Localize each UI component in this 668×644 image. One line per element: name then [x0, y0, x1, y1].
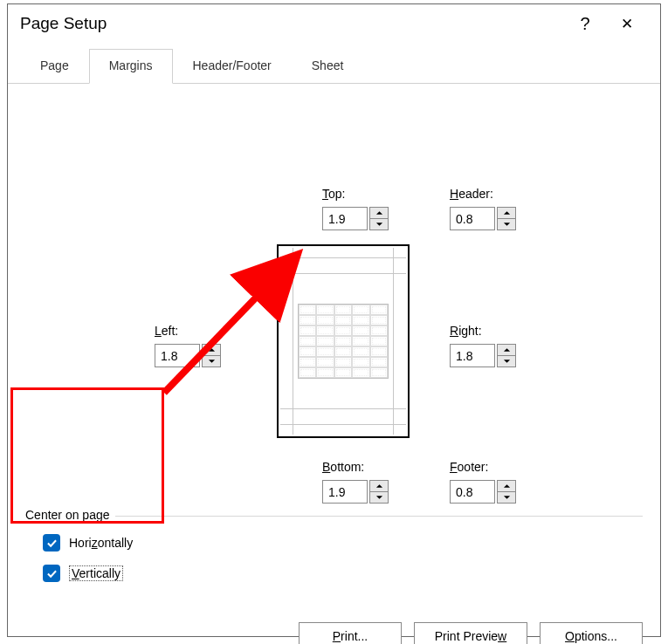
checkbox-horizontally[interactable]	[43, 534, 60, 552]
tab-content-margins: Top: Header: Left: Right:	[8, 84, 660, 636]
print-preview-button[interactable]: Print Preview	[414, 622, 527, 644]
spin-up-footer[interactable]	[498, 481, 515, 492]
spinner-top	[322, 207, 390, 230]
label-vertically: Vertically	[69, 565, 123, 581]
page-preview-icon	[277, 244, 410, 438]
label-header: Header:	[450, 187, 493, 201]
spinner-header	[450, 207, 518, 230]
dialog-title: Page Setup	[20, 14, 564, 33]
options-button[interactable]: Options...	[540, 622, 643, 644]
label-left: Left:	[155, 324, 178, 338]
spin-down-bottom[interactable]	[370, 492, 388, 503]
input-left[interactable]	[155, 344, 200, 367]
spin-down-top[interactable]	[370, 219, 388, 230]
input-top[interactable]	[322, 207, 368, 230]
label-horizontally: Horizontally	[69, 536, 133, 550]
label-right: Right:	[450, 324, 482, 338]
tab-margins[interactable]: Margins	[89, 49, 173, 84]
close-button[interactable]: ✕	[606, 15, 648, 33]
spinner-right	[450, 344, 518, 367]
label-top: Top:	[322, 187, 345, 201]
label-center-on-page: Center on page	[25, 508, 115, 522]
spin-up-bottom[interactable]	[370, 481, 388, 492]
checkbox-row-vertically[interactable]: Vertically	[43, 565, 123, 582]
checkbox-vertically[interactable]	[43, 565, 60, 582]
input-header[interactable]	[450, 207, 495, 230]
titlebar: Page Setup ? ✕	[8, 4, 660, 43]
input-right[interactable]	[450, 344, 495, 367]
spin-down-left[interactable]	[203, 356, 220, 367]
tab-header-footer[interactable]: Header/Footer	[173, 49, 292, 84]
input-footer[interactable]	[450, 480, 495, 504]
tab-page[interactable]: Page	[20, 49, 89, 84]
section-divider	[25, 516, 643, 517]
spin-up-right[interactable]	[498, 345, 515, 356]
page-setup-dialog: Page Setup ? ✕ Page Margins Header/Foote…	[7, 3, 661, 637]
spinner-footer	[450, 480, 518, 504]
checkbox-row-horizontally[interactable]: Horizontally	[43, 534, 133, 552]
print-button[interactable]: Print...	[299, 622, 402, 644]
tabstrip: Page Margins Header/Footer Sheet	[8, 43, 660, 84]
spin-up-left[interactable]	[203, 345, 220, 356]
spinner-bottom	[322, 480, 390, 504]
tab-sheet[interactable]: Sheet	[292, 49, 364, 84]
label-footer: Footer:	[450, 460, 488, 474]
spin-down-footer[interactable]	[498, 492, 515, 503]
spin-down-header[interactable]	[498, 219, 515, 230]
help-button[interactable]: ?	[564, 14, 606, 34]
label-bottom: Bottom:	[322, 460, 364, 474]
spin-up-header[interactable]	[498, 208, 515, 219]
spinner-left	[155, 344, 223, 367]
spin-down-right[interactable]	[498, 356, 515, 367]
spin-up-top[interactable]	[370, 208, 388, 219]
input-bottom[interactable]	[322, 480, 368, 504]
button-row-actions: Print... Print Preview Options...	[299, 622, 643, 644]
